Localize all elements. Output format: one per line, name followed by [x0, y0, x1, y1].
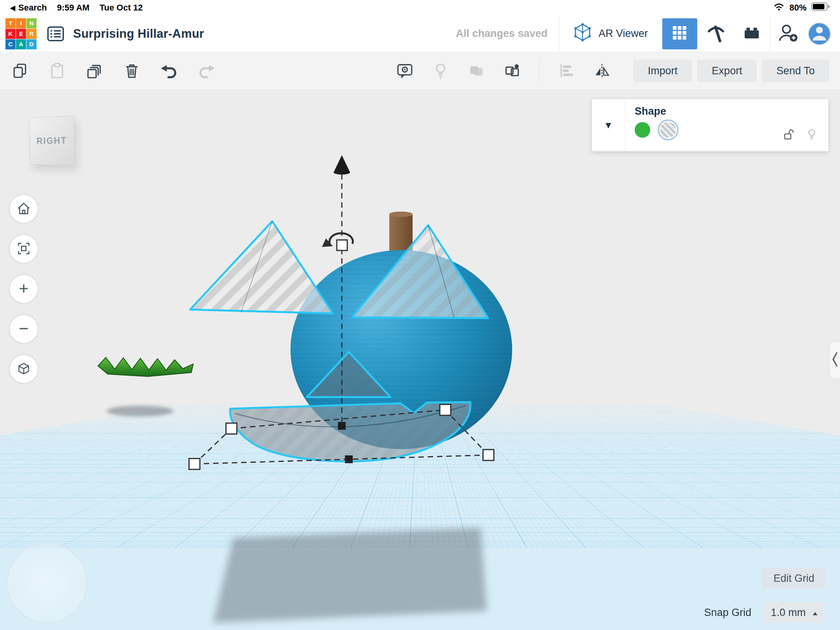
- duplicate-button[interactable]: [86, 62, 103, 80]
- undo-button[interactable]: [160, 62, 178, 80]
- shape-panel-title: Shape: [635, 105, 819, 117]
- design-menu-button[interactable]: [44, 22, 68, 46]
- fit-view-button[interactable]: [9, 234, 38, 264]
- person-add-icon: [777, 23, 798, 45]
- status-bar: ◀ Search 9:59 AM Tue Oct 12 80%: [0, 0, 840, 16]
- logo-tile: A: [16, 39, 26, 49]
- add-collaborator-button[interactable]: [770, 16, 806, 52]
- design-title[interactable]: Surprising Hillar-Amur: [73, 27, 204, 41]
- fit-view-icon: [16, 241, 31, 257]
- redo-button[interactable]: [198, 62, 215, 80]
- chevron-left-icon: [830, 349, 840, 371]
- home-view-button[interactable]: [9, 194, 38, 224]
- logo-tile: E: [16, 29, 26, 39]
- logo-tile: C: [5, 39, 16, 49]
- view-cube-label: RIGHT: [37, 135, 67, 146]
- plus-icon: [16, 281, 31, 297]
- back-to-search-link[interactable]: ◀ Search: [10, 3, 47, 13]
- app-header: TINKERCAD Surprising Hillar-Amur All cha…: [0, 16, 840, 52]
- delete-button[interactable]: [123, 62, 141, 80]
- touch-joystick-overlay[interactable]: [7, 543, 87, 623]
- perspective-cube-icon: [16, 361, 31, 377]
- snap-grid-value: 1.0 mm: [771, 607, 806, 619]
- rotate-handle[interactable]: [322, 233, 353, 250]
- edit-grid-button[interactable]: Edit Grid: [763, 568, 825, 589]
- side-panel-tab[interactable]: [829, 341, 840, 379]
- lock-icon[interactable]: [782, 128, 795, 143]
- wifi-icon: [773, 2, 785, 14]
- ar-viewer-label: AR Viewer: [598, 28, 648, 40]
- zoom-out-button[interactable]: [9, 314, 38, 344]
- brick-icon: [742, 23, 761, 44]
- group-button[interactable]: [467, 62, 485, 80]
- toolbar-divider: [539, 60, 539, 81]
- copy-button[interactable]: [11, 62, 29, 80]
- shape-generators-button[interactable]: [698, 16, 734, 52]
- design-scene: [0, 90, 840, 630]
- paste-button[interactable]: [48, 62, 66, 80]
- ar-cube-icon: [573, 23, 592, 45]
- raise-handle-cone[interactable]: [334, 155, 350, 175]
- status-date: Tue Oct 12: [100, 3, 143, 13]
- mouth-half-disc[interactable]: [230, 402, 471, 461]
- logo-tile: N: [26, 18, 37, 28]
- logo-tile: K: [5, 29, 16, 39]
- transparent-swatch-selected[interactable]: [660, 122, 676, 138]
- person-icon: [809, 23, 830, 44]
- header-divider: [661, 16, 662, 52]
- ungroup-button[interactable]: [503, 62, 521, 80]
- send-to-button[interactable]: Send To: [762, 60, 829, 82]
- logo-tile: R: [26, 29, 37, 39]
- show-hidden-button[interactable]: [432, 62, 450, 80]
- shape-inspector-panel: ▼ Shape: [592, 99, 828, 151]
- ar-viewer-button[interactable]: AR Viewer: [560, 16, 661, 52]
- battery-percent: 80%: [789, 3, 807, 13]
- pickaxe-icon: [706, 23, 726, 44]
- snap-grid-controls: Snap Grid 1.0 mm: [704, 602, 824, 623]
- perspective-toggle-button[interactable]: [9, 354, 38, 384]
- grid-icon: [671, 24, 689, 43]
- align-button[interactable]: [557, 62, 575, 80]
- snap-grid-label: Snap Grid: [704, 607, 751, 619]
- snap-grid-select[interactable]: 1.0 mm: [763, 602, 824, 623]
- status-time: 9:59 AM: [57, 3, 89, 13]
- notes-button[interactable]: [396, 62, 414, 80]
- grid-view-button[interactable]: [662, 18, 697, 49]
- solid-color-swatch[interactable]: [635, 122, 650, 138]
- back-label: Search: [18, 3, 47, 13]
- logo-tile: T: [5, 18, 16, 28]
- save-status: All changes saved: [456, 28, 548, 40]
- logo-tile: I: [16, 18, 26, 28]
- mirror-button[interactable]: [593, 62, 611, 80]
- viewport[interactable]: RIGHT ▼ Shape: [0, 90, 840, 630]
- lightbulb-icon[interactable]: [806, 128, 817, 143]
- chevron-down-icon: ▼: [604, 120, 613, 131]
- crown-shape[interactable]: [98, 357, 193, 376]
- battery-icon: [811, 2, 830, 14]
- ear-pyramid-left[interactable]: [190, 221, 333, 313]
- parts-library-button[interactable]: [734, 16, 770, 52]
- view-cube[interactable]: RIGHT: [29, 116, 75, 165]
- shape-dropdown-button[interactable]: ▼: [592, 99, 625, 151]
- tinkercad-logo[interactable]: TINKERCAD: [5, 18, 37, 49]
- back-chevron-icon: ◀: [10, 4, 15, 12]
- zoom-in-button[interactable]: [9, 274, 38, 304]
- view-nav-column: [9, 194, 38, 384]
- minus-icon: [16, 321, 31, 337]
- caret-up-icon: [812, 607, 818, 619]
- account-avatar[interactable]: [808, 23, 831, 45]
- home-icon: [16, 201, 31, 217]
- export-button[interactable]: Export: [697, 60, 756, 82]
- tinkercad-app: ◀ Search 9:59 AM Tue Oct 12 80% TINKERCA…: [0, 0, 840, 630]
- import-button[interactable]: Import: [634, 60, 692, 82]
- edit-toolbar: Import Export Send To: [0, 52, 840, 90]
- logo-tile: D: [26, 39, 37, 49]
